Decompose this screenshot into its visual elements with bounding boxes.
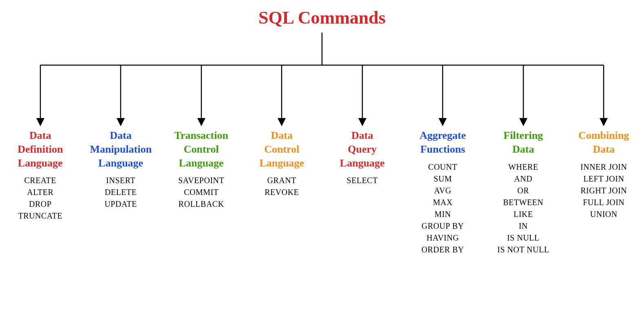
command-item: SAVEPOINT bbox=[163, 175, 240, 186]
category-title: DataManipulationLanguage bbox=[82, 129, 160, 170]
category-column: DataControlLanguageGRANTREVOKE bbox=[242, 129, 322, 198]
command-item: ORDER BY bbox=[404, 244, 482, 256]
category-title-line: Manipulation bbox=[82, 142, 160, 156]
category-title-line: Control bbox=[163, 142, 240, 156]
category-title: AggregateFunctions bbox=[404, 129, 482, 156]
command-item: ROLLBACK bbox=[163, 198, 240, 210]
category-title: TransactionControlLanguage bbox=[163, 129, 240, 170]
category-title-line: Language bbox=[2, 156, 79, 170]
command-list: CREATEALTERDROPTRUNCATE bbox=[2, 175, 79, 222]
command-list: GRANTREVOKE bbox=[243, 175, 321, 198]
category-column: TransactionControlLanguageSAVEPOINTCOMMI… bbox=[161, 129, 242, 210]
command-item: WHERE bbox=[485, 161, 562, 173]
category-title-line: Language bbox=[82, 156, 160, 170]
command-item: SELECT bbox=[324, 175, 401, 186]
category-title: FilteringData bbox=[485, 129, 562, 156]
category-title-line: Query bbox=[324, 142, 401, 156]
command-item: FULL JOIN bbox=[565, 197, 643, 208]
command-item: TRUNCATE bbox=[2, 210, 79, 222]
category-column: AggregateFunctionsCOUNTSUMAVGMAXMINGROUP… bbox=[403, 129, 483, 256]
category-title-line: Language bbox=[324, 156, 401, 170]
category-title-line: Control bbox=[243, 142, 321, 156]
command-item: RIGHT JOIN bbox=[565, 185, 643, 197]
category-title: DataDefinitionLanguage bbox=[2, 129, 79, 170]
category-title-line: Combining bbox=[565, 129, 643, 142]
command-list: COUNTSUMAVGMAXMINGROUP BYHAVINGORDER BY bbox=[404, 161, 482, 256]
command-item: BETWEEN bbox=[485, 197, 562, 208]
category-column: FilteringDataWHEREANDORBETWEENLIKEINIS N… bbox=[483, 129, 564, 256]
command-item: GRANT bbox=[243, 175, 321, 186]
category-title: CombiningData bbox=[565, 129, 643, 156]
category-title: DataQueryLanguage bbox=[324, 129, 401, 170]
command-item: UPDATE bbox=[82, 198, 160, 210]
command-item: SUM bbox=[404, 173, 482, 185]
command-item: CREATE bbox=[2, 175, 79, 186]
command-list: INNER JOINLEFT JOINRIGHT JOINFULL JOINUN… bbox=[565, 161, 643, 220]
diagram-title: SQL Commands bbox=[258, 7, 386, 28]
command-item: DELETE bbox=[82, 186, 160, 198]
category-title-line: Data bbox=[82, 129, 160, 142]
command-item: IN bbox=[485, 220, 562, 232]
category-title-line: Transaction bbox=[163, 129, 240, 142]
category-title-line: Data bbox=[243, 129, 321, 142]
category-title: DataControlLanguage bbox=[243, 129, 321, 170]
command-item: MAX bbox=[404, 197, 482, 208]
category-column: DataDefinitionLanguageCREATEALTERDROPTRU… bbox=[0, 129, 81, 222]
command-list: SELECT bbox=[324, 175, 401, 186]
command-item: COUNT bbox=[404, 161, 482, 173]
category-column: CombiningDataINNER JOINLEFT JOINRIGHT JO… bbox=[564, 129, 644, 220]
category-title-line: Aggregate bbox=[404, 129, 482, 142]
command-item: LEFT JOIN bbox=[565, 173, 643, 185]
command-item: INSERT bbox=[82, 175, 160, 186]
category-title-line: Data bbox=[485, 142, 562, 156]
command-item: OR bbox=[485, 185, 562, 197]
category-title-line: Data bbox=[565, 142, 643, 156]
command-item: HAVING bbox=[404, 232, 482, 244]
category-title-line: Definition bbox=[2, 142, 79, 156]
command-list: INSERTDELETEUPDATE bbox=[82, 175, 160, 210]
command-list: WHEREANDORBETWEENLIKEINIS NULLIS NOT NUL… bbox=[485, 161, 562, 256]
command-item: REVOKE bbox=[243, 186, 321, 198]
command-item: GROUP BY bbox=[404, 220, 482, 232]
category-title-line: Language bbox=[243, 156, 321, 170]
command-item: AND bbox=[485, 173, 562, 185]
category-title-line: Filtering bbox=[485, 129, 562, 142]
command-item: AVG bbox=[404, 185, 482, 197]
command-item: ALTER bbox=[2, 186, 79, 198]
command-item: MIN bbox=[404, 208, 482, 220]
category-title-line: Functions bbox=[404, 142, 482, 156]
categories-row: DataDefinitionLanguageCREATEALTERDROPTRU… bbox=[0, 129, 644, 256]
category-title-line: Data bbox=[324, 129, 401, 142]
command-item: UNION bbox=[565, 208, 643, 220]
category-column: DataQueryLanguageSELECT bbox=[322, 129, 403, 186]
command-item: DROP bbox=[2, 198, 79, 210]
category-title-line: Data bbox=[2, 129, 79, 142]
command-list: SAVEPOINTCOMMITROLLBACK bbox=[163, 175, 240, 210]
category-title-line: Language bbox=[163, 156, 240, 170]
command-item: LIKE bbox=[485, 208, 562, 220]
command-item: COMMIT bbox=[163, 186, 240, 198]
command-item: IS NOT NULL bbox=[485, 244, 562, 256]
category-column: DataManipulationLanguageINSERTDELETEUPDA… bbox=[81, 129, 161, 210]
command-item: IS NULL bbox=[485, 232, 562, 244]
command-item: INNER JOIN bbox=[565, 161, 643, 173]
